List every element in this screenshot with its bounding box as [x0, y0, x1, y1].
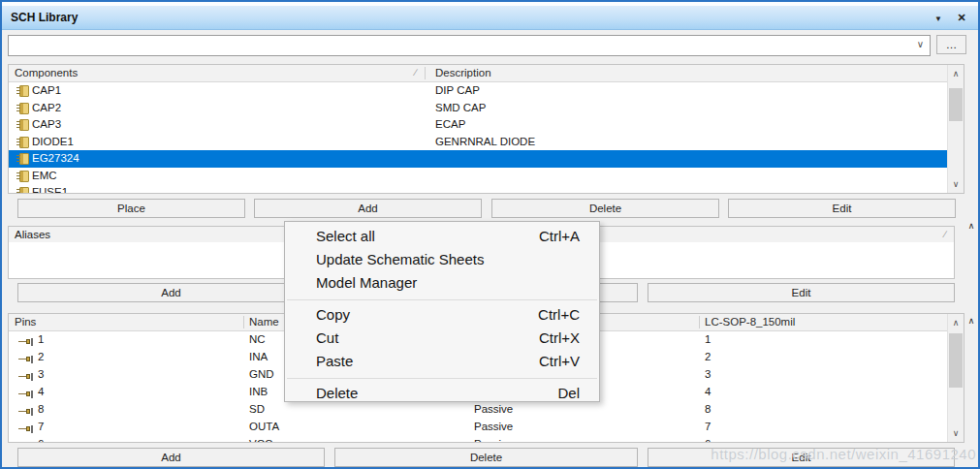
- pin-footprint-number: 1: [705, 333, 711, 345]
- pin-designator: 1: [38, 333, 44, 345]
- scrollbar-thumb[interactable]: [949, 88, 963, 121]
- scroll-down-icon[interactable]: ∨: [948, 176, 964, 192]
- add-pin-button[interactable]: Add: [17, 448, 325, 467]
- component-chip-icon: [19, 119, 29, 131]
- menu-item-copy[interactable]: CopyCtrl+C: [285, 304, 599, 328]
- component-chip-icon: [19, 153, 29, 165]
- pin-designator: 4: [38, 386, 44, 397]
- menu-item-delete[interactable]: DeleteDel: [285, 383, 599, 406]
- component-row[interactable]: CAP1DIP CAP: [9, 82, 947, 100]
- add-alias-button[interactable]: Add: [17, 283, 325, 302]
- description-column-header[interactable]: Description: [435, 67, 491, 78]
- delete-pin-button[interactable]: Delete: [334, 448, 638, 467]
- pin-icon: [18, 356, 34, 363]
- pin-name: GND: [249, 368, 274, 380]
- menu-item-paste[interactable]: PasteCtrl+V: [285, 351, 599, 374]
- scrollbar-thumb[interactable]: [949, 333, 963, 388]
- pin-name: INB: [249, 386, 268, 397]
- pin-footprint-number: 6: [705, 438, 711, 442]
- pin-type: Passive: [474, 421, 513, 432]
- pin-icon: [18, 338, 34, 346]
- component-description: GENRNRAL DIODE: [435, 136, 535, 147]
- filter-input[interactable]: [12, 37, 906, 54]
- chevron-down-icon[interactable]: ∨: [917, 39, 924, 49]
- name-column-header[interactable]: Name: [249, 316, 279, 328]
- column-divider[interactable]: [243, 316, 244, 328]
- component-chip-icon: [19, 103, 29, 114]
- component-description: SMD CAP: [435, 102, 486, 113]
- pin-footprint-number: 2: [705, 351, 711, 362]
- collapse-aliases-icon[interactable]: ∧: [964, 220, 978, 232]
- component-chip-icon: [19, 85, 29, 97]
- menu-item-model-manager[interactable]: Model Manager: [285, 272, 599, 296]
- menu-item-shortcut: Ctrl+C: [538, 306, 580, 323]
- pin-row[interactable]: 6VCCPassive6: [9, 436, 947, 442]
- close-icon[interactable]: ✕: [953, 10, 970, 26]
- pin-designator: 3: [38, 368, 44, 380]
- pin-footprint-number: 7: [705, 421, 711, 432]
- scroll-down-icon[interactable]: ∨: [948, 425, 964, 441]
- component-row[interactable]: DIODE1GENRNRAL DIODE: [9, 134, 947, 151]
- pin-row[interactable]: 7OUTAPassive7: [9, 419, 947, 436]
- component-name: CAP2: [32, 102, 61, 113]
- panel-menu-icon[interactable]: ▼: [930, 10, 947, 26]
- column-divider[interactable]: [699, 316, 700, 328]
- place-button[interactable]: Place: [17, 199, 245, 218]
- footprint-column-header[interactable]: LC-SOP-8_150mil: [705, 316, 795, 328]
- components-scrollbar[interactable]: ∧ ∨: [947, 65, 964, 193]
- pin-designator: 6: [38, 438, 44, 442]
- component-row[interactable]: CAP2SMD CAP: [9, 100, 947, 117]
- sort-ascending-icon: ∕: [944, 229, 946, 239]
- component-name: CAP1: [32, 84, 61, 96]
- column-divider[interactable]: [425, 67, 426, 79]
- component-row[interactable]: FUSE1: [9, 184, 947, 193]
- browse-more-button[interactable]: …: [936, 35, 966, 54]
- component-row-selected[interactable]: EG27324: [9, 150, 947, 168]
- context-menu: Select allCtrl+A Update Schematic Sheets…: [284, 221, 600, 402]
- menu-item-cut[interactable]: CutCtrl+X: [285, 328, 599, 351]
- menu-separator: [287, 378, 597, 379]
- component-description: DIP CAP: [435, 84, 480, 96]
- add-component-button[interactable]: Add: [254, 199, 482, 218]
- pin-designator: 2: [38, 351, 44, 362]
- scroll-up-icon[interactable]: ∧: [948, 315, 964, 330]
- sort-ascending-icon: ∕: [415, 67, 417, 78]
- menu-item-shortcut: Del: [557, 385, 580, 401]
- filter-combobox[interactable]: ∨: [8, 35, 931, 56]
- pin-name: OUTA: [249, 421, 279, 432]
- collapse-pins-icon[interactable]: ∧: [964, 315, 978, 327]
- components-column-header[interactable]: Components: [15, 67, 78, 78]
- components-list-header: Components ∕ Description: [9, 65, 964, 82]
- pin-icon: [18, 391, 34, 398]
- component-name: EG27324: [32, 152, 79, 164]
- component-chip-icon: [19, 137, 29, 148]
- aliases-column-header[interactable]: Aliases: [15, 229, 50, 240]
- menu-item-label: Cut: [316, 329, 338, 346]
- pin-name: INA: [249, 351, 268, 362]
- component-row[interactable]: EMC: [9, 168, 947, 185]
- scroll-up-icon[interactable]: ∧: [948, 66, 964, 81]
- menu-item-shortcut: Ctrl+X: [539, 329, 580, 346]
- pins-scrollbar[interactable]: ∧ ∨: [947, 314, 964, 442]
- components-rows: CAP1DIP CAP CAP2SMD CAP CAP3ECAP DIODE1G…: [9, 82, 947, 193]
- pin-name: VCC: [249, 438, 272, 442]
- delete-component-button[interactable]: Delete: [491, 199, 719, 218]
- component-chip-icon: [19, 171, 29, 182]
- edit-pin-button[interactable]: Edit: [648, 448, 955, 467]
- pin-name: SD: [249, 403, 265, 415]
- components-list: Components ∕ Description CAP1DIP CAP CAP…: [8, 64, 964, 194]
- pin-designator: 7: [38, 421, 44, 432]
- edit-alias-button[interactable]: Edit: [648, 283, 955, 302]
- pins-column-header[interactable]: Pins: [15, 316, 36, 328]
- menu-item-shortcut: Ctrl+V: [539, 353, 580, 369]
- component-name: FUSE1: [32, 186, 68, 193]
- component-description: ECAP: [435, 118, 465, 130]
- menu-item-select-all[interactable]: Select allCtrl+A: [285, 226, 599, 249]
- pin-name: NC: [249, 333, 266, 345]
- edit-component-button[interactable]: Edit: [728, 199, 956, 218]
- sch-library-panel: SCH Library ▼ ✕ ∨ … Components ∕ Descrip…: [0, 0, 980, 469]
- menu-item-label: Copy: [316, 306, 350, 323]
- component-row[interactable]: CAP3ECAP: [9, 116, 947, 134]
- panel-title: SCH Library: [11, 11, 78, 24]
- menu-item-update-schematic-sheets[interactable]: Update Schematic Sheets: [285, 249, 599, 272]
